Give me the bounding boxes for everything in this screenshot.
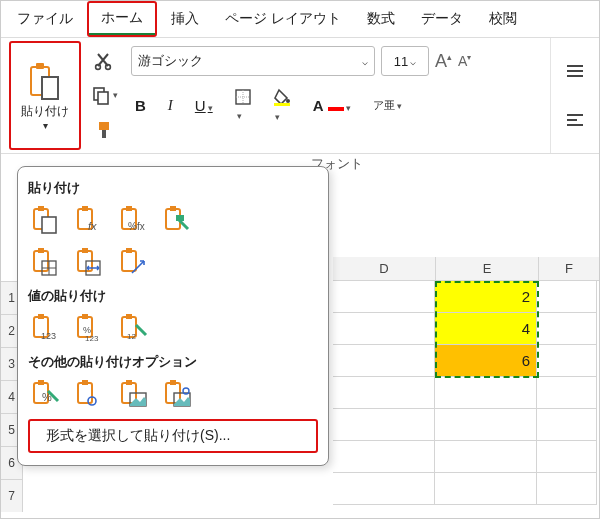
- paste-formulas-button[interactable]: fx: [72, 203, 106, 237]
- svg-text:123: 123: [41, 331, 56, 341]
- cell-d2[interactable]: [333, 313, 435, 345]
- paste-special-menu-item[interactable]: 形式を選択して貼り付け(S)...: [28, 419, 318, 453]
- tab-insert[interactable]: 挿入: [159, 4, 211, 34]
- svg-rect-1: [36, 63, 44, 69]
- alignment-group: [550, 38, 599, 153]
- svg-rect-56: [78, 383, 92, 403]
- cell-e4[interactable]: [435, 377, 537, 409]
- svg-rect-34: [38, 248, 44, 253]
- clipboard-icon: [28, 61, 62, 101]
- svg-point-12: [286, 99, 290, 103]
- cell-f2[interactable]: [537, 313, 597, 345]
- paste-picture-button[interactable]: [116, 377, 150, 411]
- decrease-font-button[interactable]: A▾: [458, 53, 471, 69]
- section-other-label: その他の貼り付けオプション: [28, 353, 318, 371]
- phonetic-button[interactable]: ア亜▾: [369, 96, 406, 115]
- svg-rect-44: [38, 314, 44, 319]
- svg-text:fx: fx: [88, 220, 97, 232]
- paste-formatting-button[interactable]: %: [28, 377, 62, 411]
- svg-rect-8: [102, 130, 106, 138]
- chevron-down-icon: ⌵: [410, 56, 416, 67]
- svg-rect-32: [176, 215, 184, 221]
- cell-d5[interactable]: [333, 409, 435, 441]
- cell-f1[interactable]: [537, 281, 597, 313]
- tab-file[interactable]: ファイル: [5, 4, 85, 34]
- svg-rect-6: [98, 92, 108, 104]
- paste-transpose-button[interactable]: [116, 245, 150, 279]
- font-name-select[interactable]: 游ゴシック ⌵: [131, 46, 375, 76]
- bold-button[interactable]: B: [131, 95, 150, 116]
- cell-e5[interactable]: [435, 409, 537, 441]
- paste-linked-picture-button[interactable]: [160, 377, 194, 411]
- svg-point-3: [96, 65, 101, 70]
- svg-point-4: [106, 65, 111, 70]
- col-header-e[interactable]: E: [436, 257, 539, 281]
- cell-f4[interactable]: [537, 377, 597, 409]
- font-color-button[interactable]: A ▾: [309, 95, 355, 116]
- tab-home[interactable]: ホーム: [89, 3, 155, 35]
- svg-rect-41: [122, 251, 136, 271]
- svg-rect-39: [82, 248, 88, 253]
- font-group: 游ゴシック ⌵ 11 ⌵ A▴ A▾ B I U▾ ▾ ▾: [121, 38, 550, 153]
- fill-color-button[interactable]: ▾: [269, 86, 295, 125]
- align-top-button[interactable]: [565, 64, 585, 78]
- col-header-d[interactable]: D: [333, 257, 436, 281]
- cell-e7[interactable]: [435, 473, 537, 505]
- paste-column-widths-button[interactable]: [72, 245, 106, 279]
- cell-d3[interactable]: [333, 345, 435, 377]
- row-header-7[interactable]: 7: [1, 479, 23, 512]
- paste-options-dropdown: 貼り付け fx %fx 値の貼り付け 123 %123 12 その他の貼り付けオ…: [17, 166, 329, 466]
- borders-button[interactable]: ▾: [231, 87, 255, 124]
- increase-font-button[interactable]: A▴: [435, 51, 452, 72]
- ribbon-tabs: ファイル ホーム 挿入 ページ レイアウト 数式 データ 校閲: [1, 1, 599, 38]
- tab-data[interactable]: データ: [409, 4, 475, 34]
- paste-link-button[interactable]: [72, 377, 106, 411]
- svg-rect-54: [38, 380, 44, 385]
- cell-f7[interactable]: [537, 473, 597, 505]
- svg-rect-14: [328, 107, 344, 111]
- paste-all-button[interactable]: [28, 203, 62, 237]
- paste-values-button[interactable]: 123: [28, 311, 62, 345]
- copy-button[interactable]: ▾: [91, 83, 118, 107]
- copy-marquee: [435, 281, 539, 378]
- paste-split-button[interactable]: 貼り付け ▾: [9, 41, 81, 150]
- svg-text:123: 123: [85, 334, 99, 343]
- svg-text:%fx: %fx: [128, 221, 145, 232]
- svg-rect-2: [42, 77, 58, 99]
- paste-values-number-button[interactable]: %123: [72, 311, 106, 345]
- clipboard-buttons: ▾: [87, 38, 121, 153]
- cell-f6[interactable]: [537, 441, 597, 473]
- cell-f3[interactable]: [537, 345, 597, 377]
- cell-d7[interactable]: [333, 473, 435, 505]
- chevron-down-icon: ▾: [43, 120, 48, 131]
- cell-f5[interactable]: [537, 409, 597, 441]
- section-values-label: 値の貼り付け: [28, 287, 318, 305]
- svg-rect-47: [82, 314, 88, 319]
- paste-special-label: 形式を選択して貼り付け(S)...: [46, 427, 230, 443]
- svg-rect-31: [170, 206, 176, 211]
- cell-d1[interactable]: [333, 281, 435, 313]
- svg-rect-59: [126, 380, 132, 385]
- tab-formulas[interactable]: 数式: [355, 4, 407, 34]
- cell-d6[interactable]: [333, 441, 435, 473]
- underline-button[interactable]: U▾: [191, 95, 217, 116]
- align-left-button[interactable]: [565, 113, 585, 127]
- cell-d4[interactable]: [333, 377, 435, 409]
- cell-e6[interactable]: [435, 441, 537, 473]
- tab-review[interactable]: 校閲: [477, 4, 529, 34]
- chevron-down-icon: ⌵: [362, 56, 368, 67]
- col-header-f[interactable]: F: [539, 257, 600, 281]
- paste-label: 貼り付け: [21, 103, 69, 120]
- paste-formulas-number-button[interactable]: %fx: [116, 203, 150, 237]
- cut-button[interactable]: [94, 49, 114, 73]
- font-size-value: 11: [394, 54, 408, 69]
- italic-button[interactable]: I: [164, 95, 177, 116]
- tab-page-layout[interactable]: ページ レイアウト: [213, 4, 353, 34]
- paste-values-source-formatting-button[interactable]: 12: [116, 311, 150, 345]
- paste-no-borders-button[interactable]: [28, 245, 62, 279]
- font-size-select[interactable]: 11 ⌵: [381, 46, 429, 76]
- format-painter-button[interactable]: [94, 118, 114, 142]
- svg-rect-57: [82, 380, 88, 385]
- chevron-down-icon: ▾: [113, 90, 118, 100]
- paste-keep-source-formatting-button[interactable]: [160, 203, 194, 237]
